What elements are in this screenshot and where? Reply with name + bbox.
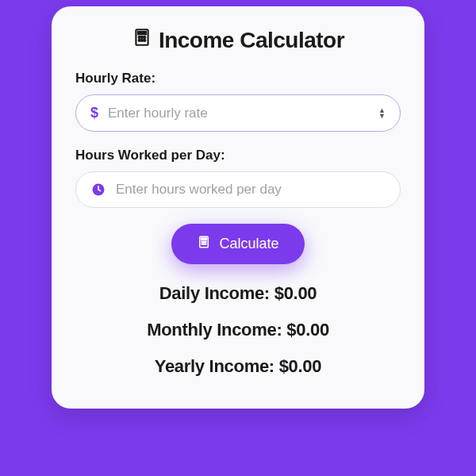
svg-point-5	[139, 40, 140, 41]
yearly-income-value: $0.00	[279, 356, 322, 376]
svg-rect-10	[202, 238, 207, 240]
hours-label: Hours Worked per Day:	[75, 148, 401, 163]
calculator-icon	[197, 235, 211, 253]
calculator-card: Income Calculator Hourly Rate: $ ▲▼ Hour…	[52, 6, 424, 409]
number-spinner-icon[interactable]: ▲▼	[378, 108, 386, 119]
calculate-button[interactable]: Calculate	[171, 224, 304, 264]
calculate-button-label: Calculate	[219, 236, 278, 252]
hourly-rate-label: Hourly Rate:	[75, 71, 401, 86]
svg-point-4	[144, 36, 145, 38]
svg-point-3	[141, 36, 143, 38]
title-text: Income Calculator	[159, 28, 344, 53]
svg-point-7	[144, 40, 145, 41]
clock-icon	[90, 182, 106, 198]
monthly-income-value: $0.00	[286, 320, 329, 340]
results: Daily Income: $0.00 Monthly Income: $0.0…	[75, 283, 401, 377]
daily-income-line: Daily Income: $0.00	[75, 283, 401, 304]
dollar-icon: $	[90, 105, 98, 121]
hours-input-wrap[interactable]	[75, 171, 401, 208]
calculator-icon	[132, 27, 152, 53]
svg-point-12	[204, 241, 205, 242]
page-title: Income Calculator	[75, 27, 401, 53]
svg-point-6	[141, 40, 143, 41]
svg-point-15	[204, 244, 205, 244]
yearly-income-label: Yearly Income:	[155, 356, 274, 376]
monthly-income-line: Monthly Income: $0.00	[75, 320, 401, 340]
monthly-income-label: Monthly Income:	[147, 320, 282, 340]
svg-point-16	[205, 244, 206, 244]
svg-point-13	[205, 241, 206, 242]
hourly-rate-input-wrap[interactable]: $ ▲▼	[75, 94, 401, 132]
hours-input[interactable]	[116, 182, 386, 198]
svg-point-2	[139, 36, 140, 38]
button-row: Calculate	[75, 224, 401, 264]
daily-income-label: Daily Income:	[159, 283, 270, 303]
hourly-rate-input[interactable]	[108, 106, 369, 121]
hourly-rate-group: Hourly Rate: $ ▲▼	[75, 71, 401, 132]
yearly-income-line: Yearly Income: $0.00	[75, 356, 401, 377]
hours-group: Hours Worked per Day:	[75, 148, 401, 208]
svg-rect-1	[138, 32, 146, 34]
daily-income-value: $0.00	[274, 283, 317, 303]
svg-point-11	[202, 241, 203, 242]
svg-point-14	[202, 244, 203, 244]
